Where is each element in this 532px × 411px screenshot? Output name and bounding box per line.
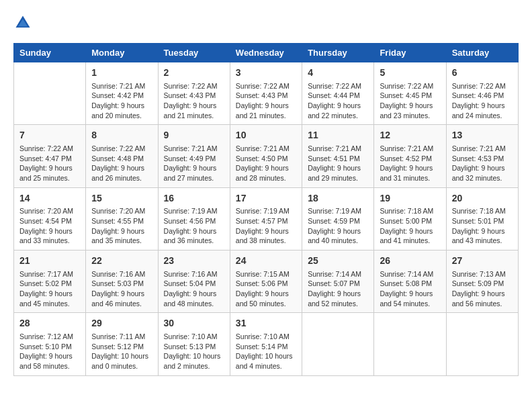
column-header-sunday: Sunday [14, 44, 86, 62]
day-detail: Sunrise: 7:21 AMSunset: 4:53 PMDaylight:… [452, 144, 513, 183]
day-detail: Sunrise: 7:22 AMSunset: 4:45 PMDaylight:… [380, 81, 440, 121]
day-detail: Sunrise: 7:13 AMSunset: 5:09 PMDaylight:… [452, 269, 513, 309]
column-header-tuesday: Tuesday [158, 44, 230, 62]
day-number: 22 [91, 255, 152, 268]
calendar-cell: 19Sunrise: 7:18 AMSunset: 5:00 PMDayligh… [374, 187, 446, 250]
day-detail: Sunrise: 7:11 AMSunset: 5:12 PMDaylight:… [91, 332, 152, 371]
calendar-cell: 31Sunrise: 7:10 AMSunset: 5:14 PMDayligh… [230, 313, 302, 375]
calendar-cell: 9Sunrise: 7:21 AMSunset: 4:49 PMDaylight… [158, 125, 230, 187]
day-number: 4 [308, 66, 368, 80]
calendar-cell: 12Sunrise: 7:21 AMSunset: 4:52 PMDayligh… [374, 125, 446, 187]
day-number: 15 [91, 192, 152, 205]
calendar-cell: 11Sunrise: 7:21 AMSunset: 4:51 PMDayligh… [302, 125, 374, 187]
calendar-week-row: 7Sunrise: 7:22 AMSunset: 4:47 PMDaylight… [14, 125, 519, 187]
calendar-cell: 23Sunrise: 7:16 AMSunset: 5:04 PMDayligh… [158, 250, 230, 313]
day-detail: Sunrise: 7:22 AMSunset: 4:44 PMDaylight:… [308, 81, 368, 121]
column-header-friday: Friday [374, 44, 446, 62]
day-number: 25 [308, 255, 368, 268]
calendar-cell: 21Sunrise: 7:17 AMSunset: 5:02 PMDayligh… [14, 250, 86, 313]
day-number: 14 [19, 192, 80, 205]
calendar-cell: 20Sunrise: 7:18 AMSunset: 5:01 PMDayligh… [446, 187, 518, 250]
calendar-cell [374, 313, 446, 375]
calendar-cell: 1Sunrise: 7:21 AMSunset: 4:42 PMDaylight… [86, 62, 158, 125]
calendar-cell [446, 313, 518, 375]
day-detail: Sunrise: 7:15 AMSunset: 5:06 PMDaylight:… [236, 269, 296, 309]
day-detail: Sunrise: 7:18 AMSunset: 5:01 PMDaylight:… [452, 206, 513, 246]
day-number: 11 [308, 129, 368, 142]
day-number: 27 [452, 255, 513, 268]
day-detail: Sunrise: 7:22 AMSunset: 4:43 PMDaylight:… [164, 81, 224, 121]
column-header-thursday: Thursday [302, 44, 374, 62]
calendar-cell: 28Sunrise: 7:12 AMSunset: 5:10 PMDayligh… [14, 313, 86, 375]
day-detail: Sunrise: 7:17 AMSunset: 5:02 PMDaylight:… [19, 269, 80, 309]
day-detail: Sunrise: 7:19 AMSunset: 4:56 PMDaylight:… [164, 206, 224, 246]
column-header-monday: Monday [86, 44, 158, 62]
logo-icon [13, 13, 32, 32]
day-detail: Sunrise: 7:22 AMSunset: 4:43 PMDaylight:… [236, 81, 296, 121]
day-number: 20 [452, 192, 513, 205]
calendar-cell: 22Sunrise: 7:16 AMSunset: 5:03 PMDayligh… [86, 250, 158, 313]
calendar-cell: 15Sunrise: 7:20 AMSunset: 4:55 PMDayligh… [86, 187, 158, 250]
day-detail: Sunrise: 7:22 AMSunset: 4:46 PMDaylight:… [452, 81, 513, 121]
calendar-week-row: 21Sunrise: 7:17 AMSunset: 5:02 PMDayligh… [14, 250, 519, 313]
day-detail: Sunrise: 7:16 AMSunset: 5:03 PMDaylight:… [91, 269, 152, 309]
calendar-cell: 2Sunrise: 7:22 AMSunset: 4:43 PMDaylight… [158, 62, 230, 125]
day-number: 17 [236, 192, 296, 205]
page-header [13, 13, 519, 32]
day-number: 7 [19, 129, 80, 142]
calendar-cell: 27Sunrise: 7:13 AMSunset: 5:09 PMDayligh… [446, 250, 518, 313]
day-number: 1 [91, 66, 152, 80]
column-header-saturday: Saturday [446, 44, 518, 62]
day-number: 10 [236, 129, 296, 142]
calendar-cell: 13Sunrise: 7:21 AMSunset: 4:53 PMDayligh… [446, 125, 518, 187]
day-detail: Sunrise: 7:14 AMSunset: 5:07 PMDaylight:… [308, 269, 368, 309]
day-detail: Sunrise: 7:20 AMSunset: 4:55 PMDaylight:… [91, 206, 152, 246]
day-number: 3 [236, 66, 296, 80]
day-detail: Sunrise: 7:21 AMSunset: 4:49 PMDaylight:… [164, 144, 224, 183]
logo [13, 13, 35, 32]
calendar-cell: 7Sunrise: 7:22 AMSunset: 4:47 PMDaylight… [14, 125, 86, 187]
calendar-cell: 16Sunrise: 7:19 AMSunset: 4:56 PMDayligh… [158, 187, 230, 250]
day-number: 21 [19, 255, 80, 268]
day-detail: Sunrise: 7:12 AMSunset: 5:10 PMDaylight:… [19, 332, 80, 371]
day-detail: Sunrise: 7:21 AMSunset: 4:52 PMDaylight:… [380, 144, 440, 183]
day-detail: Sunrise: 7:21 AMSunset: 4:51 PMDaylight:… [308, 144, 368, 183]
day-number: 29 [91, 317, 152, 330]
calendar-cell: 17Sunrise: 7:19 AMSunset: 4:57 PMDayligh… [230, 187, 302, 250]
day-detail: Sunrise: 7:22 AMSunset: 4:48 PMDaylight:… [91, 144, 152, 183]
day-detail: Sunrise: 7:20 AMSunset: 4:54 PMDaylight:… [19, 206, 80, 246]
calendar-cell [302, 313, 374, 375]
calendar-cell: 6Sunrise: 7:22 AMSunset: 4:46 PMDaylight… [446, 62, 518, 125]
calendar-week-row: 1Sunrise: 7:21 AMSunset: 4:42 PMDaylight… [14, 62, 519, 125]
day-number: 24 [236, 255, 296, 268]
calendar-cell: 25Sunrise: 7:14 AMSunset: 5:07 PMDayligh… [302, 250, 374, 313]
calendar-table: SundayMondayTuesdayWednesdayThursdayFrid… [13, 43, 519, 376]
calendar-cell: 30Sunrise: 7:10 AMSunset: 5:13 PMDayligh… [158, 313, 230, 375]
day-number: 2 [164, 66, 224, 80]
day-detail: Sunrise: 7:19 AMSunset: 4:59 PMDaylight:… [308, 206, 368, 246]
calendar-week-row: 28Sunrise: 7:12 AMSunset: 5:10 PMDayligh… [14, 313, 519, 375]
calendar-cell: 3Sunrise: 7:22 AMSunset: 4:43 PMDaylight… [230, 62, 302, 125]
day-number: 18 [308, 192, 368, 205]
day-detail: Sunrise: 7:19 AMSunset: 4:57 PMDaylight:… [236, 206, 296, 246]
day-number: 30 [164, 317, 224, 330]
calendar-week-row: 14Sunrise: 7:20 AMSunset: 4:54 PMDayligh… [14, 187, 519, 250]
day-detail: Sunrise: 7:10 AMSunset: 5:13 PMDaylight:… [164, 332, 224, 371]
calendar-cell: 26Sunrise: 7:14 AMSunset: 5:08 PMDayligh… [374, 250, 446, 313]
day-number: 23 [164, 255, 224, 268]
day-detail: Sunrise: 7:10 AMSunset: 5:14 PMDaylight:… [236, 332, 296, 371]
day-number: 28 [19, 317, 80, 330]
day-detail: Sunrise: 7:21 AMSunset: 4:42 PMDaylight:… [91, 81, 152, 121]
day-detail: Sunrise: 7:22 AMSunset: 4:47 PMDaylight:… [19, 144, 80, 183]
day-number: 9 [164, 129, 224, 142]
day-number: 13 [452, 129, 513, 142]
day-number: 31 [236, 317, 296, 330]
day-detail: Sunrise: 7:16 AMSunset: 5:04 PMDaylight:… [164, 269, 224, 309]
calendar-cell: 4Sunrise: 7:22 AMSunset: 4:44 PMDaylight… [302, 62, 374, 125]
calendar-cell: 29Sunrise: 7:11 AMSunset: 5:12 PMDayligh… [86, 313, 158, 375]
day-number: 19 [380, 192, 440, 205]
day-number: 6 [452, 66, 513, 80]
calendar-cell: 5Sunrise: 7:22 AMSunset: 4:45 PMDaylight… [374, 62, 446, 125]
day-number: 12 [380, 129, 440, 142]
day-detail: Sunrise: 7:21 AMSunset: 4:50 PMDaylight:… [236, 144, 296, 183]
